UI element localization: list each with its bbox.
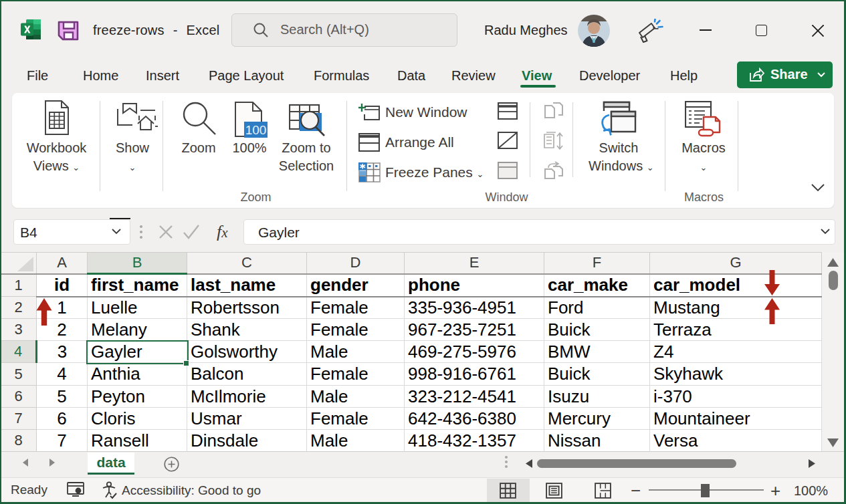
svg-text:100: 100 xyxy=(245,123,267,137)
